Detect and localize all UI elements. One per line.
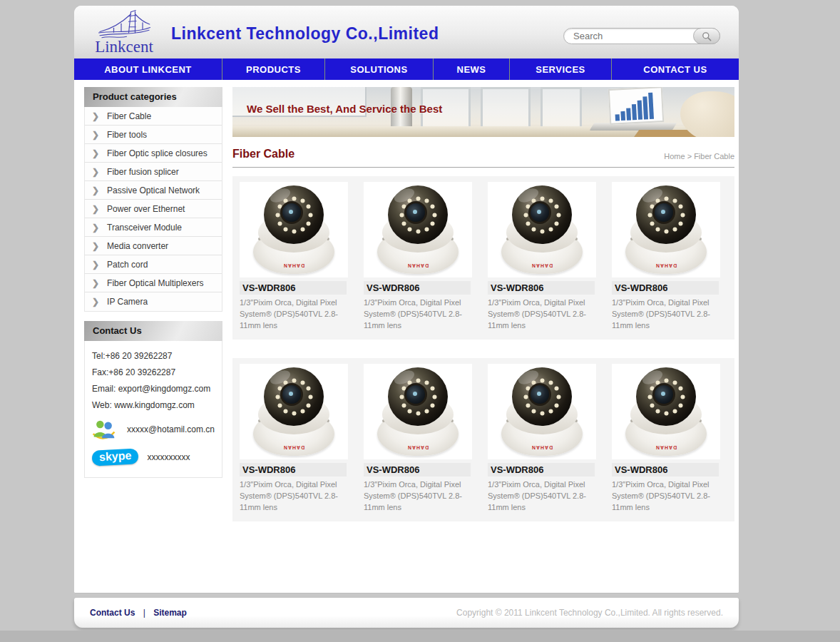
site-container: Linkcent Linkcent Technology Co.,Limited… [74,6,739,593]
msn-messenger-icon [92,417,116,442]
category-item[interactable]: ❯ Fiber tools [85,126,222,144]
category-item[interactable]: ❯ Transceiver Module [85,218,222,237]
product-description: 1/3″Pixim Orca, Digital Pixel System® (D… [612,479,720,513]
product-card[interactable]: DAHAN VS-WDR806 1/3″Pixim Orca, Digital … [235,364,359,513]
product-card[interactable]: DAHAN VS-WDR806 1/3″Pixim Orca, Digital … [608,364,732,513]
breadcrumb: Home > Fiber Cable [664,152,734,160]
search-icon [701,31,712,42]
camera-lens [528,201,551,224]
category-item[interactable]: ❯ Fiber Optic splice closures [85,144,222,163]
contact-line: Tel:+86 20 39262287 [92,351,215,361]
category-item[interactable]: ❯ Fiber fusion splicer [85,163,222,181]
category-item[interactable]: ❯ Patch cord [85,255,222,274]
footer-sitemap-link[interactable]: Sitemap [153,608,187,618]
chevron-right-icon: ❯ [92,297,99,306]
camera-brand-text: DAHAN [375,445,461,450]
logo-text: Linkcent [83,39,165,55]
product-name[interactable]: VS-WDR806 [364,281,471,295]
dome-camera-image: DAHAN [375,185,461,274]
product-name[interactable]: VS-WDR806 [240,281,347,295]
sidebar: Product categories ❯ Fiber Cable ❯ Fiber… [84,87,222,521]
site-header: Linkcent Linkcent Technology Co.,Limited [74,6,739,58]
camera-lens [528,383,551,406]
category-list: ❯ Fiber Cable ❯ Fiber tools ❯ Fiber Opti… [84,107,222,312]
banner-laptop-chart [608,87,665,125]
nav-item[interactable]: PRODUCTS [222,58,324,80]
copyright-text: Copyright © 2011 Linkcent Technology Co.… [456,608,723,618]
nav-item[interactable]: CONTACT US [611,58,739,80]
product-name[interactable]: VS-WDR806 [612,463,719,477]
site-logo[interactable]: Linkcent [83,8,165,56]
dome-camera-image: DAHAN [499,367,585,456]
category-label: Fiber tools [107,130,147,140]
nav-item[interactable]: SOLUTIONS [324,58,433,80]
breadcrumb-current: Fiber Cable [694,152,734,160]
category-label: Patch cord [107,260,148,270]
category-item[interactable]: ❯ IP Camera [85,292,222,311]
search-box [563,28,720,45]
category-label: IP Camera [107,297,148,307]
breadcrumb-home-link[interactable]: Home [664,152,685,160]
main-content: We Sell the Best, And Service the Best F… [232,87,734,521]
chevron-right-icon: ❯ [92,205,99,213]
search-button[interactable] [693,28,720,44]
nav-item[interactable]: ABOUT LINKCENT [74,58,222,80]
product-card[interactable]: DAHAN VS-WDR806 1/3″Pixim Orca, Digital … [235,182,359,331]
product-description: 1/3″Pixim Orca, Digital Pixel System® (D… [364,479,472,513]
banner-slogan: We Sell the Best, And Service the Best [247,103,442,115]
chevron-right-icon: ❯ [92,131,99,139]
banner-door [481,87,531,130]
product-name[interactable]: VS-WDR806 [488,281,595,295]
product-description: 1/3″Pixim Orca, Digital Pixel System® (D… [240,297,348,331]
category-item[interactable]: ❯ Media converter [85,237,222,255]
camera-brand-text: DAHAN [623,263,709,268]
contact-us-header: Contact Us [84,321,222,341]
product-name[interactable]: VS-WDR806 [240,463,347,477]
product-image[interactable]: DAHAN [612,364,720,459]
product-name[interactable]: VS-WDR806 [612,281,719,295]
nav-item[interactable]: NEWS [433,58,509,80]
category-item[interactable]: ❯ Fiber Optical Multiplexers [85,274,222,292]
category-item[interactable]: ❯ Power over Ethernet [85,200,222,218]
banner-person [680,91,734,137]
camera-brand-text: DAHAN [375,263,461,268]
dome-camera-image: DAHAN [251,367,337,456]
product-card[interactable]: DAHAN VS-WDR806 1/3″Pixim Orca, Digital … [359,182,483,331]
category-label: Fiber fusion splicer [107,167,179,177]
product-description: 1/3″Pixim Orca, Digital Pixel System® (D… [612,297,720,331]
product-image[interactable]: DAHAN [612,182,720,277]
product-row: DAHAN VS-WDR806 1/3″Pixim Orca, Digital … [232,176,734,340]
msn-address[interactable]: xxxxx@hotamil.com.cn [127,424,215,434]
contact-line: Email: export@kingdomgz.com [92,384,215,394]
site-footer: Contact Us | Sitemap Copyright © 2011 Li… [74,598,739,628]
product-image[interactable]: DAHAN [364,364,472,459]
product-image[interactable]: DAHAN [240,364,348,459]
camera-lens [652,201,675,224]
footer-contact-link[interactable]: Contact Us [90,608,135,618]
category-item[interactable]: ❯ Passive Optical Network [85,181,222,200]
nav-item[interactable]: SERVICES [509,58,611,80]
product-card[interactable]: DAHAN VS-WDR806 1/3″Pixim Orca, Digital … [483,182,608,331]
contact-body: Tel:+86 20 39262287Fax:+86 20 39262287Em… [84,341,222,478]
product-image[interactable]: DAHAN [488,364,596,459]
dome-camera-image: DAHAN [623,185,709,274]
product-name[interactable]: VS-WDR806 [488,463,595,477]
product-card[interactable]: DAHAN VS-WDR806 1/3″Pixim Orca, Digital … [359,364,483,513]
product-card[interactable]: DAHAN VS-WDR806 1/3″Pixim Orca, Digital … [483,364,608,513]
product-name[interactable]: VS-WDR806 [364,463,471,477]
product-card[interactable]: DAHAN VS-WDR806 1/3″Pixim Orca, Digital … [608,182,732,331]
product-image[interactable]: DAHAN [364,182,472,277]
dome-camera-image: DAHAN [499,185,585,274]
breadcrumb-separator: > [687,152,692,160]
camera-brand-text: DAHAN [499,263,585,268]
product-image[interactable]: DAHAN [488,182,596,277]
skype-name[interactable]: xxxxxxxxxx [147,452,190,462]
product-description: 1/3″Pixim Orca, Digital Pixel System® (D… [488,479,596,513]
product-description: 1/3″Pixim Orca, Digital Pixel System® (D… [364,297,472,331]
bottom-band [0,631,840,642]
category-item[interactable]: ❯ Fiber Cable [85,107,222,126]
product-image[interactable]: DAHAN [240,182,348,277]
camera-brand-text: DAHAN [623,445,709,450]
dome-camera-image: DAHAN [623,367,709,456]
camera-lens [280,383,303,406]
